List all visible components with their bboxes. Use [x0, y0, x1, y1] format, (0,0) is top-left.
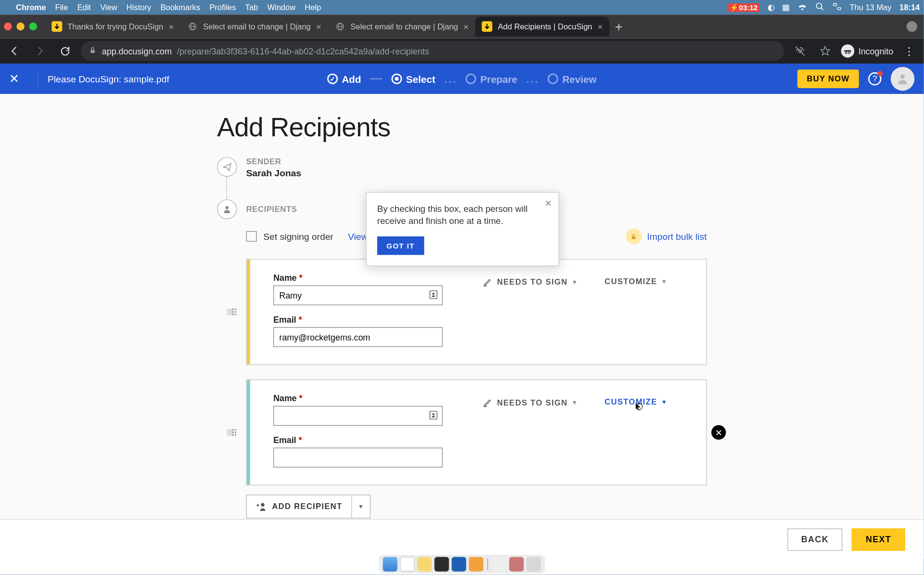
wifi-icon[interactable] — [797, 2, 808, 13]
browser-tab-2[interactable]: Select email to change | Djang × — [328, 16, 475, 36]
url-path: /prepare/3ab3f363-6116-44ab-ab02-d1c2ca5… — [177, 46, 429, 56]
browser-tab-3[interactable]: Add Recipients | DocuSign × — [475, 16, 610, 36]
reload-button[interactable] — [56, 42, 75, 61]
contacts-icon[interactable] — [428, 289, 439, 303]
add-recipient-dropdown[interactable]: ▼ — [352, 495, 371, 519]
tab-close-icon[interactable]: × — [463, 21, 469, 32]
user-avatar[interactable] — [891, 67, 915, 91]
signing-order-checkbox[interactable] — [246, 231, 257, 242]
recipients-label: RECIPIENTS — [246, 205, 297, 214]
contacts-icon[interactable] — [428, 410, 439, 423]
add-recipient-button[interactable]: ADD RECIPIENT — [246, 495, 352, 519]
menu-file[interactable]: File — [55, 3, 68, 12]
close-prepare-button[interactable]: ✕ — [9, 72, 19, 86]
svg-rect-10 — [90, 50, 94, 52]
menu-tab[interactable]: Tab — [245, 3, 258, 12]
browser-tab-0[interactable]: Thanks for trying DocuSign × — [45, 16, 181, 36]
mac-menubar: Chrome File Edit View History Bookmarks … — [0, 0, 924, 14]
step-add[interactable]: Add — [327, 73, 361, 84]
chrome-menu-icon[interactable]: ⋮ — [900, 42, 919, 61]
dock-trash-icon[interactable] — [526, 557, 541, 571]
next-button[interactable]: NEXT — [852, 528, 905, 551]
new-tab-button[interactable]: + — [610, 17, 629, 36]
sender-icon — [217, 157, 237, 177]
docusign-favicon — [51, 21, 62, 32]
wizard-footer: BACK NEXT — [0, 519, 924, 559]
docusign-header: ✕ Please DocuSign: sample.pdf Add Select… — [0, 64, 924, 94]
menu-bookmarks[interactable]: Bookmarks — [160, 3, 200, 12]
import-bulk-list[interactable]: Import bulk list — [626, 228, 706, 244]
dock-chrome-icon[interactable] — [400, 557, 414, 571]
recipient-email-input[interactable] — [273, 327, 443, 347]
recipient-name-input[interactable] — [273, 286, 443, 305]
tab-title: Select email to change | Djang — [350, 22, 458, 31]
signing-order-tooltip: × By checking this box, each person will… — [366, 192, 559, 267]
menu-help[interactable]: Help — [305, 3, 321, 12]
menubar-app[interactable]: Chrome — [16, 3, 46, 12]
recipient-email-input[interactable] — [273, 448, 443, 468]
incognito-label: Incognito — [859, 46, 894, 56]
customize-dropdown[interactable]: CUSTOMIZE▼ — [604, 397, 667, 406]
needs-to-sign-dropdown[interactable]: NEEDS TO SIGN▼ — [482, 397, 578, 408]
docusign-favicon — [482, 21, 493, 32]
menu-view[interactable]: View — [100, 3, 117, 12]
battery-status[interactable]: ⚡03:12 — [728, 3, 759, 12]
svg-point-14 — [900, 74, 905, 78]
drag-handle-icon[interactable] — [232, 309, 234, 315]
tab-close-icon[interactable]: × — [316, 21, 321, 32]
menu-history[interactable]: History — [127, 3, 151, 12]
step-select[interactable]: Select — [392, 73, 436, 84]
address-bar[interactable]: app.docusign.com/prepare/3ab3f363-6116-4… — [81, 41, 784, 61]
tab-close-icon[interactable]: × — [168, 21, 174, 32]
browser-tab-1[interactable]: Select email to change | Djang × — [180, 16, 328, 36]
menubar-time[interactable]: 18:14 — [899, 3, 920, 12]
tab-title: Add Recipients | DocuSign — [498, 22, 592, 31]
menu-profiles[interactable]: Profiles — [209, 3, 236, 12]
drag-handle-icon[interactable] — [232, 429, 234, 436]
customize-dropdown[interactable]: CUSTOMIZE▼ — [604, 277, 667, 286]
svg-point-21 — [432, 413, 435, 416]
tab-search-icon[interactable] — [907, 21, 917, 32]
svg-rect-3 — [837, 7, 841, 10]
incognito-indicator[interactable]: Incognito — [841, 44, 893, 58]
buy-now-button[interactable]: BUY NOW — [797, 69, 859, 88]
status-icon-1[interactable]: ◐ — [768, 3, 774, 12]
step-prepare[interactable]: Prepare — [466, 73, 517, 84]
dock-app-icon[interactable] — [492, 557, 506, 571]
window-controls[interactable] — [4, 23, 37, 31]
mac-dock[interactable] — [379, 555, 545, 574]
step-review[interactable]: Review — [548, 73, 596, 84]
dock-terminal-icon[interactable] — [435, 557, 449, 571]
help-icon[interactable]: ? — [868, 72, 882, 86]
sender-label: SENDER — [246, 157, 301, 166]
dock-app-icon[interactable] — [469, 557, 483, 571]
back-button[interactable]: BACK — [787, 528, 843, 551]
svg-point-0 — [816, 3, 821, 8]
globe-favicon — [187, 21, 198, 32]
dock-app-icon[interactable] — [509, 557, 524, 571]
spotlight-icon[interactable] — [815, 1, 824, 13]
needs-to-sign-dropdown[interactable]: NEEDS TO SIGN▼ — [482, 277, 578, 288]
menu-edit[interactable]: Edit — [77, 3, 90, 12]
status-icon-2[interactable]: ▦ — [782, 3, 789, 12]
dock-finder-icon[interactable] — [383, 557, 397, 571]
recipient-name-input[interactable] — [273, 406, 443, 426]
extensions-icon[interactable] — [791, 42, 809, 61]
dock-app-icon[interactable] — [451, 557, 466, 571]
tab-close-icon[interactable]: × — [598, 21, 603, 32]
dock-notes-icon[interactable] — [417, 557, 432, 571]
bookmark-star-icon[interactable] — [816, 42, 835, 61]
back-button[interactable] — [5, 42, 24, 61]
tooltip-got-it-button[interactable]: GOT IT — [377, 236, 424, 255]
recipient-card-0: Name * Email * — [246, 259, 707, 365]
menu-window[interactable]: Window — [267, 3, 295, 12]
menubar-date[interactable]: Thu 13 May — [849, 3, 891, 12]
view-link[interactable]: View — [348, 231, 368, 242]
tooltip-text: By checking this box, each person will r… — [377, 203, 548, 227]
remove-recipient-button[interactable]: ✕ — [711, 425, 726, 440]
svg-point-15 — [225, 206, 228, 209]
tab-title: Select email to change | Djang — [203, 22, 311, 31]
lock-icon — [626, 228, 642, 244]
control-center-icon[interactable] — [833, 1, 842, 13]
tooltip-close-icon[interactable]: × — [545, 196, 552, 210]
